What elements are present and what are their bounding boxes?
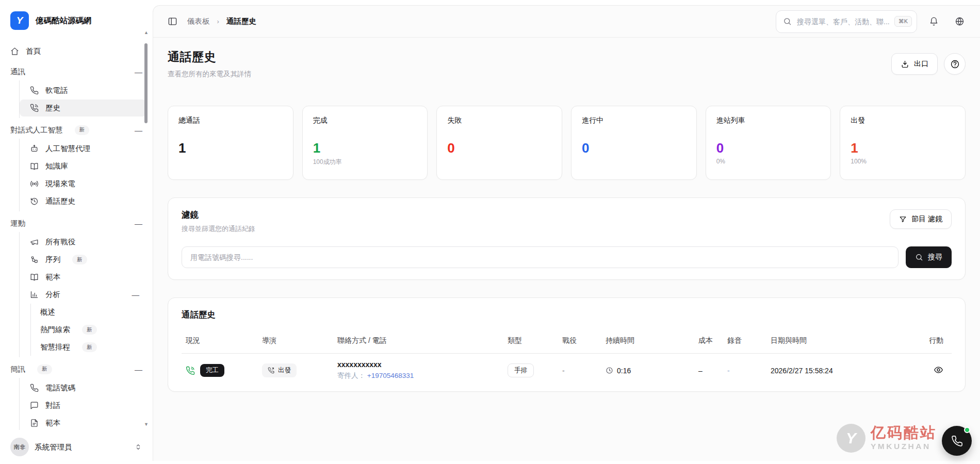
book-icon: [30, 162, 39, 171]
sidebar-scrollbar[interactable]: ▲ ▼: [144, 30, 148, 427]
sidebar-item-analytics[interactable]: 分析 —: [20, 286, 146, 303]
sidebar-item-smart-scheduling[interactable]: 智慧排程 新: [31, 339, 146, 356]
sidebar-item-conversations[interactable]: 對話: [20, 397, 146, 414]
sidebar-item-live-calls[interactable]: 現場來電: [20, 175, 146, 192]
sidebar-item-label: 通話歷史: [45, 196, 75, 206]
stat-sub: 100%: [851, 158, 955, 165]
collapse-icon[interactable]: —: [135, 126, 142, 135]
stat-card-inbound: 進站列車 0 0%: [706, 106, 831, 180]
contact-name: xxxxxxxxxxx: [337, 360, 499, 369]
radio-icon: [30, 179, 39, 188]
sidebar-item-sms-templates[interactable]: 範本: [20, 415, 146, 432]
phone-number-link[interactable]: +19705468331: [367, 372, 414, 379]
scrollbar-thumb[interactable]: [144, 43, 148, 123]
scroll-down-icon[interactable]: ▼: [144, 422, 148, 427]
phone-search-input[interactable]: [182, 246, 899, 268]
global-search[interactable]: ⌘K: [776, 10, 917, 33]
sidebar-item-label: 分析: [45, 290, 60, 300]
phone-call-icon: [186, 366, 195, 375]
sidebar-section-campaigns[interactable]: 運動 —: [0, 214, 153, 232]
stat-label: 出發: [851, 116, 955, 125]
scroll-up-icon[interactable]: ▲: [144, 30, 148, 35]
main-panel: 儀表板 › 通話歷史 ⌘K 通話歷史 查看您所有的來電及其詳情 出口: [153, 5, 980, 461]
recording-cell: -: [723, 354, 766, 388]
language-button[interactable]: [950, 12, 969, 31]
notifications-button[interactable]: [924, 12, 943, 31]
col-action: 行動: [921, 330, 952, 354]
sidebar-item-knowledge-base[interactable]: 知識庫: [20, 158, 146, 175]
sidebar-item-call-history[interactable]: 通話歷史: [20, 193, 146, 210]
show-filters-button[interactable]: 節目 濾鏡: [890, 209, 952, 229]
col-recording: 錄音: [723, 330, 766, 354]
sidebar-item-softphone[interactable]: 軟電話: [20, 82, 146, 99]
sidebar-item-sequences[interactable]: 序列 新: [20, 251, 146, 268]
clock-icon: [606, 367, 613, 374]
collapse-icon[interactable]: —: [135, 219, 142, 228]
breadcrumb-current: 通話歷史: [226, 16, 256, 26]
softphone-fab-button[interactable]: [942, 426, 972, 456]
new-badge: 新: [82, 342, 97, 352]
panel-left-icon: [168, 16, 177, 26]
sidebar-item-all-campaigns[interactable]: 所有戰役: [20, 234, 146, 251]
sidebar-item-overview[interactable]: 概述: [31, 304, 146, 321]
new-badge: 新: [82, 325, 97, 335]
help-button[interactable]: [944, 53, 966, 75]
brand-logo-icon: Y: [10, 11, 29, 30]
sidebar-toggle-button[interactable]: [165, 14, 180, 29]
filter-title: 濾鏡: [182, 209, 255, 221]
user-menu[interactable]: 南非 系統管理員: [0, 430, 153, 464]
view-details-eye-icon[interactable]: [934, 365, 943, 375]
brand-row[interactable]: Y 億碼酷站源碼網: [0, 7, 153, 34]
page-title: 通話歷史: [168, 49, 251, 65]
sender-label: 寄件人：: [337, 372, 365, 379]
group-communication: 軟電話 歷史: [19, 80, 153, 118]
globe-icon: [955, 16, 965, 26]
search-icon: [915, 253, 923, 261]
col-datetime: 日期與時間: [766, 330, 921, 354]
search-input[interactable]: [797, 18, 889, 26]
sidebar-item-label: 歷史: [45, 103, 60, 113]
export-button[interactable]: 出口: [891, 53, 938, 75]
sidebar-item-label: 所有戰役: [45, 237, 75, 247]
call-history-table: 現況 導演 聯絡方式 / 電話 類型 戰役 持續時間 成本 錄音 日期與時間 行…: [182, 330, 952, 387]
workflow-icon: [30, 255, 39, 264]
sidebar-item-history[interactable]: 歷史: [20, 100, 146, 117]
sidebar-item-ai-agents[interactable]: 人工智慧代理: [20, 140, 146, 157]
stat-value: 1: [851, 140, 955, 156]
content: 通話歷史 查看您所有的來電及其詳情 出口 總通話 1 完成: [153, 38, 980, 392]
topbar: 儀表板 › 通話歷史 ⌘K: [153, 6, 980, 38]
stat-label: 進行中: [582, 116, 686, 125]
filter-subtitle: 搜尋並篩選您的通話紀錄: [182, 224, 255, 234]
watermark-cn: 亿码酷站: [871, 425, 937, 440]
col-duration: 持續時間: [601, 330, 694, 354]
sidebar-item-label: 範本: [45, 272, 60, 282]
brand-name: 億碼酷站源碼網: [36, 15, 92, 26]
user-name: 系統管理員: [35, 442, 72, 452]
sidebar-section-conversational-ai[interactable]: 對話式人工智慧 新 —: [0, 121, 153, 139]
sidebar-item-phone-numbers[interactable]: 電話號碼: [20, 379, 146, 396]
cost-cell: –: [694, 354, 723, 388]
breadcrumb-dashboard[interactable]: 儀表板: [187, 16, 210, 26]
download-icon: [901, 60, 909, 69]
phone-icon: [30, 86, 39, 95]
watermark: Y 亿码酷站 YMKUZHAN: [837, 424, 937, 453]
collapse-icon[interactable]: —: [132, 291, 140, 299]
home-icon: [10, 47, 19, 56]
collapse-icon[interactable]: —: [135, 365, 142, 374]
export-label: 出口: [914, 59, 928, 69]
sidebar-item-label: 範本: [45, 418, 60, 428]
collapse-icon[interactable]: —: [135, 68, 142, 76]
stat-value: 0: [582, 140, 686, 156]
sidebar-item-label: 電話號碼: [45, 383, 75, 393]
page-header: 通話歷史 查看您所有的來電及其詳情 出口: [168, 49, 966, 79]
col-director: 導演: [258, 330, 333, 354]
sidebar-section-communication[interactable]: 通訊 —: [0, 63, 153, 80]
sidebar-section-sms[interactable]: 簡訊 新 —: [0, 360, 153, 378]
chevrons-updown-icon[interactable]: [134, 443, 142, 451]
avatar: 南非: [10, 438, 29, 456]
sidebar-item-home[interactable]: 首頁: [0, 42, 153, 60]
col-campaign: 戰役: [558, 330, 601, 354]
search-button[interactable]: 搜尋: [906, 246, 952, 268]
sidebar-item-templates[interactable]: 範本: [20, 269, 146, 286]
sidebar-item-hot-leads[interactable]: 熱門線索 新: [31, 321, 146, 338]
